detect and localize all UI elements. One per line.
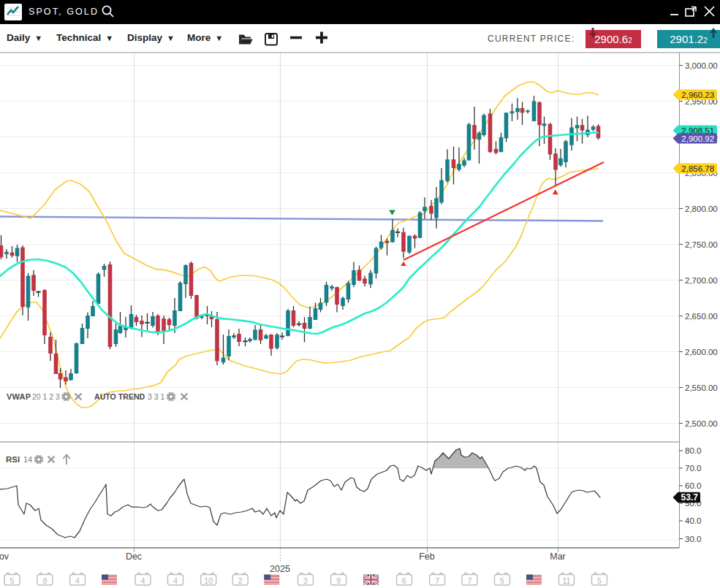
svg-text:2,960.23: 2,960.23 (681, 91, 714, 99)
svg-text:5: 5 (500, 576, 504, 585)
svg-text:40.0: 40.0 (685, 516, 701, 525)
svg-text:VWAP: VWAP (7, 392, 31, 401)
svg-text:7: 7 (468, 576, 472, 585)
svg-text:Mar: Mar (550, 551, 566, 562)
svg-text:3: 3 (303, 576, 308, 585)
svg-text:3,000.00: 3,000.00 (685, 61, 718, 70)
svg-text:20 1 2 3: 20 1 2 3 (32, 392, 60, 401)
svg-text:RSI: RSI (6, 455, 20, 464)
svg-text:2,700.00: 2,700.00 (685, 276, 718, 285)
svg-text:11: 11 (563, 576, 571, 585)
svg-text:3 3 1: 3 3 1 (148, 392, 165, 401)
svg-text:2: 2 (238, 576, 243, 585)
svg-text:7: 7 (435, 576, 439, 585)
svg-text:53.7: 53.7 (681, 492, 699, 503)
svg-text:9: 9 (336, 576, 341, 585)
svg-text:2,856.78: 2,856.78 (681, 164, 714, 173)
svg-text:2,500.00: 2,500.00 (685, 419, 718, 428)
svg-text:4: 4 (141, 576, 145, 585)
svg-text:2025: 2025 (270, 564, 290, 574)
svg-text:2,800.00: 2,800.00 (685, 205, 718, 213)
svg-text:2,900.92: 2,900.92 (681, 134, 714, 143)
svg-text:4: 4 (173, 576, 178, 585)
svg-text:4: 4 (75, 576, 80, 585)
svg-text:60.0: 60.0 (685, 481, 701, 490)
svg-text:AUTO TREND: AUTO TREND (94, 392, 145, 401)
svg-text:70.0: 70.0 (685, 464, 701, 473)
svg-text:Dec: Dec (126, 551, 142, 562)
svg-text:5: 5 (597, 576, 602, 585)
svg-text:2,750.00: 2,750.00 (685, 240, 718, 249)
svg-text:2,650.00: 2,650.00 (685, 312, 718, 321)
svg-text:Nov: Nov (0, 551, 10, 562)
svg-text:Feb: Feb (419, 551, 435, 562)
svg-text:14: 14 (23, 455, 32, 464)
svg-text:6: 6 (402, 576, 406, 585)
svg-text:80.0: 80.0 (685, 446, 701, 455)
svg-text:30.0: 30.0 (685, 535, 701, 543)
svg-text:2,600.00: 2,600.00 (685, 348, 718, 356)
svg-text:5: 5 (10, 576, 15, 585)
svg-text:8: 8 (42, 576, 47, 585)
svg-text:2,550.00: 2,550.00 (685, 383, 718, 392)
svg-text:10: 10 (204, 576, 213, 585)
